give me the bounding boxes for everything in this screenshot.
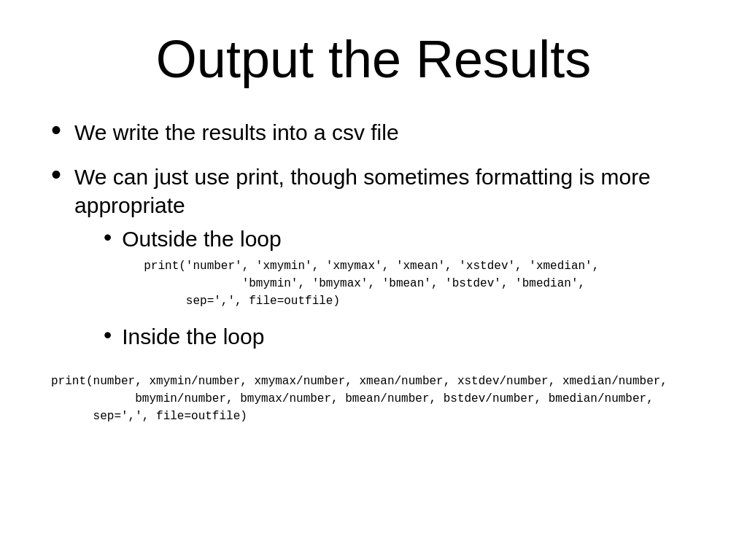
bullet-text-2: We can just use print, though sometimes … — [74, 165, 651, 217]
inside-loop-bullet: • Inside the loop — [104, 324, 718, 349]
bullet-item-1: • We write the results into a csv file — [51, 118, 718, 147]
bullet-text-1: We write the results into a csv file — [74, 118, 399, 147]
outside-loop-label: Outside the loop — [122, 227, 281, 251]
outside-loop-bullet: • Outside the loop print('number', 'xmym… — [104, 227, 718, 310]
slide-title: Output the Results — [29, 29, 718, 89]
outside-loop-code: print('number', 'xmymin', 'xmymax', 'xme… — [144, 257, 599, 310]
bullet-dot-sub1: • — [104, 225, 112, 249]
bullet-dot-2: • — [51, 160, 61, 189]
content-area: • We write the results into a csv file •… — [29, 118, 718, 425]
bullet-item-2: • We can just use print, though sometime… — [51, 163, 718, 357]
inside-loop-code: print(number, xmymin/number, xmymax/numb… — [51, 373, 718, 425]
inside-loop-label: Inside the loop — [122, 324, 264, 349]
sub-bullets: • Outside the loop print('number', 'xmym… — [74, 227, 718, 349]
bullet-dot-sub2: • — [104, 323, 112, 346]
bullet-dot-1: • — [51, 115, 61, 144]
